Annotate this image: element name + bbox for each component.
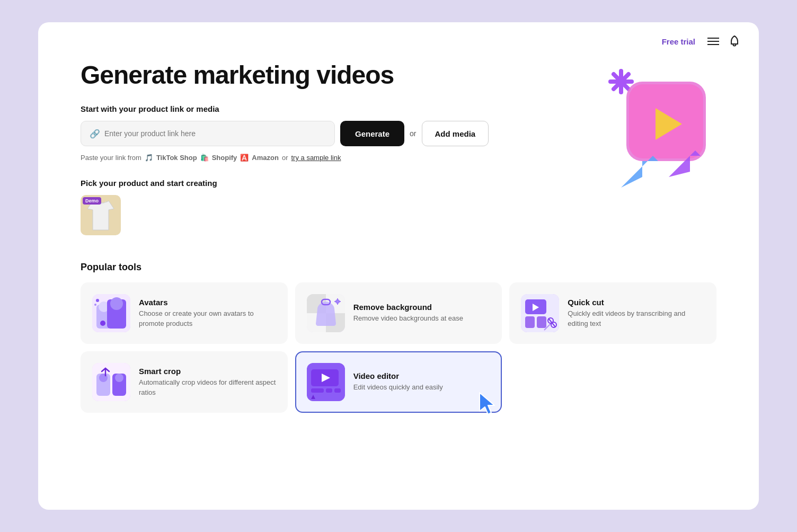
add-media-button[interactable]: Add media bbox=[422, 121, 489, 146]
smart-crop-tool-desc: Automatically crop videos for different … bbox=[139, 378, 276, 397]
shopify-icon: 🛍️ bbox=[200, 154, 209, 162]
remove-bg-tool-info: Remove background Remove video backgroun… bbox=[353, 303, 463, 323]
header-icons bbox=[706, 34, 742, 49]
pick-section-title: Pick your product and start creating bbox=[81, 179, 716, 188]
svg-point-14 bbox=[110, 297, 123, 310]
tool-card-smart-crop[interactable]: Smart crop Automatically crop videos for… bbox=[81, 351, 288, 413]
search-bar: 🔗 Generate or Add media bbox=[81, 121, 716, 146]
avatar-tool-name: Avatars bbox=[139, 298, 276, 307]
video-editor-tool-desc: Edit videos quickly and easily bbox=[353, 383, 443, 392]
generate-button[interactable]: Generate bbox=[340, 121, 404, 146]
svg-point-17 bbox=[100, 321, 105, 326]
or-label: or bbox=[410, 129, 416, 138]
remove-bg-tool-desc: Remove video backgrounds at ease bbox=[353, 314, 463, 323]
svg-rect-46 bbox=[326, 388, 332, 393]
paste-from: Paste your link from 🎵 TikTok Shop 🛍️ Sh… bbox=[81, 154, 716, 162]
tool-card-remove-bg[interactable]: Remove background Remove video backgroun… bbox=[295, 282, 502, 344]
link-icon: 🔗 bbox=[90, 129, 100, 139]
video-editor-tool-icon bbox=[307, 363, 345, 401]
tiktok-icon: 🎵 bbox=[145, 154, 153, 162]
smart-crop-tool-info: Smart crop Automatically crop videos for… bbox=[139, 367, 276, 397]
paste-from-label: Paste your link from bbox=[81, 154, 141, 162]
quick-cut-tool-icon bbox=[521, 294, 559, 332]
quick-cut-tool-desc: Quickly edit videos by transcribing and … bbox=[568, 309, 705, 328]
svg-rect-47 bbox=[334, 388, 341, 393]
header: Free trial bbox=[38, 22, 759, 60]
smart-crop-tool-icon bbox=[92, 363, 130, 401]
search-input[interactable] bbox=[104, 129, 326, 138]
quick-cut-tool-name: Quick cut bbox=[568, 298, 705, 307]
tools-grid: Avatars Choose or create your own avatar… bbox=[81, 282, 716, 413]
menu-icon[interactable] bbox=[706, 34, 721, 49]
free-trial-link[interactable]: Free trial bbox=[662, 37, 695, 46]
shopify-link[interactable]: Shopify bbox=[212, 154, 237, 162]
app-container: Free trial bbox=[38, 22, 759, 510]
svg-rect-31 bbox=[525, 316, 535, 328]
bell-icon[interactable] bbox=[727, 34, 742, 49]
quick-cut-tool-info: Quick cut Quickly edit videos by transcr… bbox=[568, 298, 705, 328]
video-editor-tool-info: Video editor Edit videos quickly and eas… bbox=[353, 371, 443, 392]
tool-card-video-editor[interactable]: Video editor Edit videos quickly and eas… bbox=[295, 351, 502, 413]
svg-point-15 bbox=[96, 299, 99, 302]
svg-point-41 bbox=[115, 374, 123, 382]
product-subtitle: Start with your product link or media bbox=[81, 104, 716, 113]
video-editor-tool-name: Video editor bbox=[353, 371, 443, 380]
search-input-wrapper: 🔗 bbox=[81, 121, 335, 146]
page-title: Generate marketing videos bbox=[81, 60, 716, 90]
svg-rect-45 bbox=[311, 388, 324, 393]
or-label2: or bbox=[282, 154, 288, 162]
product-demo-item[interactable]: Demo bbox=[81, 195, 121, 235]
try-sample-link[interactable]: try a sample link bbox=[291, 154, 341, 162]
avatar-tool-desc: Choose or create your own avatars to pro… bbox=[139, 309, 276, 328]
tool-card-quick-cut[interactable]: Quick cut Quickly edit videos by transcr… bbox=[509, 282, 716, 344]
cursor-decoration bbox=[474, 390, 503, 421]
remove-bg-tool-name: Remove background bbox=[353, 303, 463, 312]
amazon-link[interactable]: Amazon bbox=[252, 154, 279, 162]
svg-rect-32 bbox=[537, 316, 546, 328]
remove-bg-tool-icon bbox=[307, 294, 345, 332]
smart-crop-tool-name: Smart crop bbox=[139, 367, 276, 376]
popular-tools-title: Popular tools bbox=[81, 262, 716, 273]
tool-card-avatars[interactable]: Avatars Choose or create your own avatar… bbox=[81, 282, 288, 344]
main-content: Generate marketing videos Start with you… bbox=[38, 60, 759, 445]
demo-badge: Demo bbox=[83, 197, 101, 205]
avatar-tool-info: Avatars Choose or create your own avatar… bbox=[139, 298, 276, 328]
amazon-icon: 🅰️ bbox=[240, 154, 249, 162]
tiktok-link[interactable]: TikTok Shop bbox=[156, 154, 197, 162]
avatar-tool-icon bbox=[92, 294, 130, 332]
svg-point-39 bbox=[99, 374, 108, 382]
svg-point-16 bbox=[94, 304, 96, 306]
